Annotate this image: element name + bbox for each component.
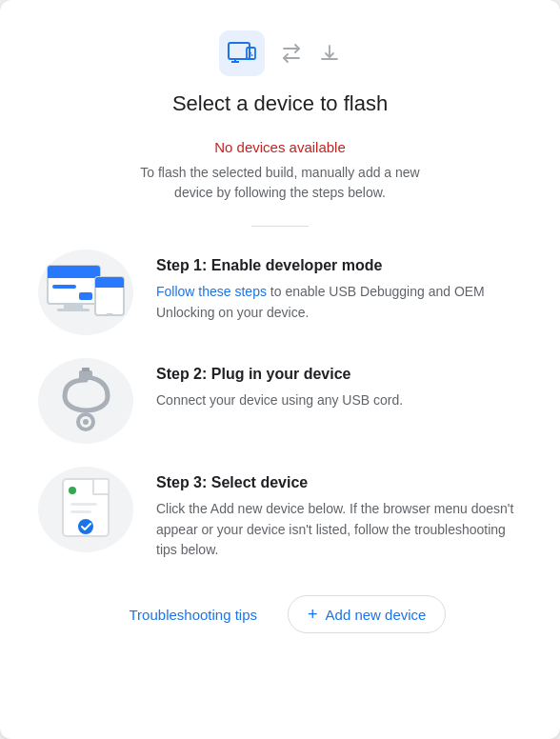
- svg-rect-10: [48, 273, 100, 278]
- svg-rect-15: [95, 283, 124, 288]
- add-device-label: Add new device: [326, 607, 427, 623]
- add-device-button[interactable]: + Add new device: [288, 595, 446, 633]
- troubleshoot-button[interactable]: Troubleshooting tips: [114, 597, 273, 632]
- step-3-illustration: [38, 467, 133, 552]
- step-1-title: Step 1: Enable developer mode: [156, 257, 522, 274]
- step-2: Step 2: Plug in your device Connect your…: [38, 358, 522, 444]
- svg-point-27: [69, 487, 76, 494]
- svg-point-22: [83, 419, 89, 425]
- divider: [251, 226, 309, 227]
- step-2-svg: [46, 363, 127, 439]
- device-flash-icon: [219, 30, 265, 76]
- page-title: Select a device to flash: [172, 91, 388, 116]
- transfer-icon: [280, 42, 303, 65]
- svg-rect-17: [52, 285, 76, 289]
- step-1-illustration: [38, 250, 133, 335]
- add-device-plus-icon: +: [308, 606, 318, 623]
- status-description: To flash the selected build, manually ad…: [128, 163, 432, 203]
- step-1-svg: [43, 260, 129, 325]
- step-3-content: Step 3: Select device Click the Add new …: [156, 467, 522, 561]
- svg-rect-20: [82, 368, 90, 371]
- svg-rect-18: [79, 292, 92, 300]
- svg-rect-16: [106, 313, 113, 316]
- svg-rect-19: [79, 370, 92, 380]
- step-3-text: Click the Add new device below. If the b…: [156, 499, 522, 561]
- step-1-content: Step 1: Enable developer mode Follow the…: [156, 250, 522, 323]
- svg-point-30: [78, 519, 93, 534]
- svg-rect-12: [57, 309, 90, 311]
- step-3-svg: [46, 471, 127, 548]
- header-icons: [219, 30, 341, 76]
- no-devices-label: No devices available: [214, 139, 346, 155]
- step-3-title: Step 3: Select device: [156, 474, 522, 491]
- download-icon: [318, 42, 341, 65]
- svg-rect-28: [70, 503, 97, 506]
- svg-rect-29: [70, 510, 91, 513]
- step-2-illustration: [38, 358, 133, 444]
- step-2-content: Step 2: Plug in your device Connect your…: [156, 358, 522, 411]
- step-1: Step 1: Enable developer mode Follow the…: [38, 250, 522, 335]
- footer: Troubleshooting tips + Add new device: [38, 595, 522, 633]
- step-2-text: Connect your device using any USB cord.: [156, 390, 522, 411]
- step-2-title: Step 2: Plug in your device: [156, 366, 522, 383]
- step-1-text: Follow these steps to enable USB Debuggi…: [156, 282, 522, 323]
- main-card: Select a device to flash No devices avai…: [0, 0, 560, 739]
- svg-rect-11: [64, 304, 83, 309]
- svg-rect-2: [231, 46, 247, 56]
- step-3: Step 3: Select device Click the Add new …: [38, 467, 522, 561]
- steps-container: Step 1: Enable developer mode Follow the…: [38, 250, 522, 561]
- follow-steps-link[interactable]: Follow these steps: [156, 284, 267, 299]
